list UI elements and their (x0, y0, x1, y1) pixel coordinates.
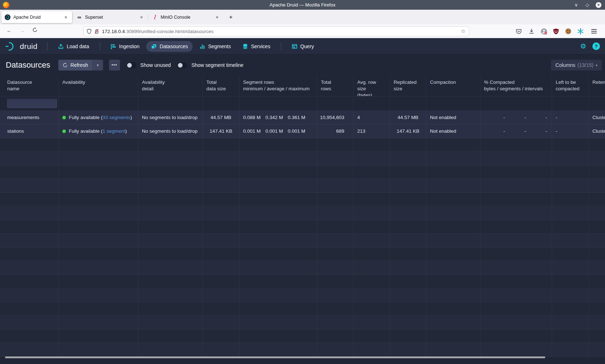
column-header[interactable]: Segment rowsminimum / average / maximum (239, 76, 317, 96)
empty-cell (426, 152, 480, 165)
empty-cell (203, 152, 239, 165)
nav-item-label: Query (300, 44, 314, 49)
tab-strip: Apache Druid × ∞ Superset × MinIO Consol… (0, 10, 605, 24)
column-header[interactable]: Replicatedsize (390, 76, 426, 96)
tab-minio-console[interactable]: MinIO Console × (149, 11, 223, 23)
filter-cell (354, 96, 390, 110)
segments-link[interactable]: 1 segment (103, 128, 125, 134)
nav-item-segments[interactable]: Segments (195, 41, 236, 52)
nav-item-load-data[interactable]: Load data (53, 41, 94, 52)
insecure-lock-icon[interactable] (94, 29, 99, 34)
back-button[interactable]: ← (6, 27, 12, 33)
empty-cell (426, 329, 480, 343)
empty-cell (59, 206, 138, 220)
table-row-empty (0, 165, 605, 179)
empty-cell (390, 206, 426, 220)
columns-picker-button[interactable]: Columns (13/15) ▾ (551, 60, 602, 70)
asterisk-extension-icon[interactable] (577, 27, 584, 35)
bookmark-star-icon[interactable]: ☆ (461, 28, 466, 35)
column-header[interactable]: % Compactedbytes / segments / intervals (480, 76, 552, 96)
empty-cell (480, 152, 552, 165)
druid-logo[interactable]: druid (5, 41, 37, 51)
horizontal-scrollbar[interactable] (5, 356, 545, 358)
window-minimize-button[interactable]: ∨ (573, 2, 579, 8)
datasource-name-filter-input[interactable] (7, 99, 57, 108)
browser-window: Apache Druid — Mozilla Firefox ∨ ◇ × Apa… (0, 0, 605, 364)
column-header[interactable]: Avg. row size(bytes) (354, 76, 390, 96)
reload-button[interactable] (32, 27, 37, 32)
empty-cell (203, 261, 239, 274)
empty-cell (354, 193, 390, 206)
nav-item-datasources[interactable]: Datasources (146, 41, 193, 52)
nav-item-ingestion[interactable]: Ingestion (106, 41, 144, 52)
empty-cell (354, 302, 390, 315)
empty-cell (0, 152, 59, 165)
nav-item-query[interactable]: Query (287, 41, 319, 52)
refresh-dropdown-button[interactable]: ▾ (93, 60, 103, 70)
help-icon[interactable]: ? (592, 42, 600, 50)
datasource-name-cell[interactable]: measurements (0, 111, 59, 124)
pocket-icon[interactable] (515, 27, 523, 35)
empty-cell (480, 206, 552, 220)
empty-cell (552, 152, 589, 165)
column-header[interactable]: Availabilitydetail (138, 76, 203, 96)
tab-apache-druid[interactable]: Apache Druid × (1, 11, 72, 23)
compaction-cell[interactable]: Not enabled (426, 124, 480, 138)
column-header[interactable]: Availability (59, 76, 138, 96)
show-unused-toggle[interactable] (126, 62, 136, 68)
column-header[interactable]: Left to becompacted (552, 76, 589, 96)
shield-icon[interactable] (87, 29, 91, 34)
forward-button[interactable]: → (19, 27, 25, 33)
show-segment-timeline-toggle[interactable] (177, 62, 187, 68)
settings-gear-icon[interactable]: ⚙ (580, 43, 586, 50)
empty-cell (426, 179, 480, 192)
table-row-empty (0, 275, 605, 288)
retention-cell[interactable]: Cluster default (589, 124, 605, 138)
segment-rows-cell: 0.001 M0.001 M0.001 M (239, 124, 317, 138)
total-data-size-cell: 44.57 MB (203, 111, 239, 124)
menu-hamburger-icon[interactable] (590, 27, 598, 35)
empty-cell (552, 206, 589, 220)
left-to-be-compacted-cell: - (552, 124, 589, 138)
column-header[interactable]: Totaldata size (203, 76, 239, 96)
tab-superset[interactable]: ∞ Superset × (73, 11, 148, 23)
window-close-button[interactable]: × (596, 2, 601, 8)
nav-item-services[interactable]: Services (238, 41, 275, 52)
empty-cell (203, 329, 239, 343)
tab-close-icon[interactable]: × (214, 14, 220, 21)
url-bar[interactable]: 172.18.0.4:30899/unified-console.html#da… (83, 26, 469, 36)
column-header[interactable]: Retention (589, 76, 605, 96)
empty-cell (239, 247, 317, 261)
column-header[interactable]: Totalrows (317, 76, 354, 96)
cookie-extension-icon[interactable] (564, 27, 572, 35)
column-header[interactable]: Datasourcename (0, 76, 59, 96)
tab-separator (148, 14, 148, 20)
compaction-cell[interactable]: Not enabled (426, 111, 480, 124)
empty-cell (480, 316, 552, 329)
segments-link[interactable]: 33 segments (103, 115, 130, 120)
navbar-divider (281, 42, 281, 50)
empty-cell (138, 220, 203, 233)
empty-cell (552, 138, 589, 151)
table-row-empty (0, 206, 605, 220)
new-tab-button[interactable]: + (225, 12, 236, 23)
empty-cell (0, 288, 59, 302)
tab-close-icon[interactable]: × (63, 14, 69, 21)
refresh-button[interactable]: Refresh (58, 60, 93, 70)
extension-account-icon[interactable] (540, 27, 548, 35)
retention-cell[interactable]: Cluster default (589, 111, 605, 124)
datasource-name-cell[interactable]: stations (0, 124, 59, 138)
table-row-measurements: measurements Fully available (33 segment… (0, 111, 605, 124)
empty-cell (426, 288, 480, 302)
empty-cell (354, 165, 390, 179)
ublock-icon[interactable] (552, 27, 560, 35)
empty-cell (59, 343, 138, 356)
empty-cell (589, 329, 605, 343)
tab-close-icon[interactable]: × (139, 14, 144, 21)
table-row-empty (0, 234, 605, 247)
empty-cell (390, 329, 426, 343)
column-header[interactable]: Compaction (426, 76, 480, 96)
downloads-icon[interactable] (528, 27, 535, 35)
more-actions-button[interactable]: ••• (109, 60, 120, 70)
window-maximize-button[interactable]: ◇ (584, 2, 590, 8)
